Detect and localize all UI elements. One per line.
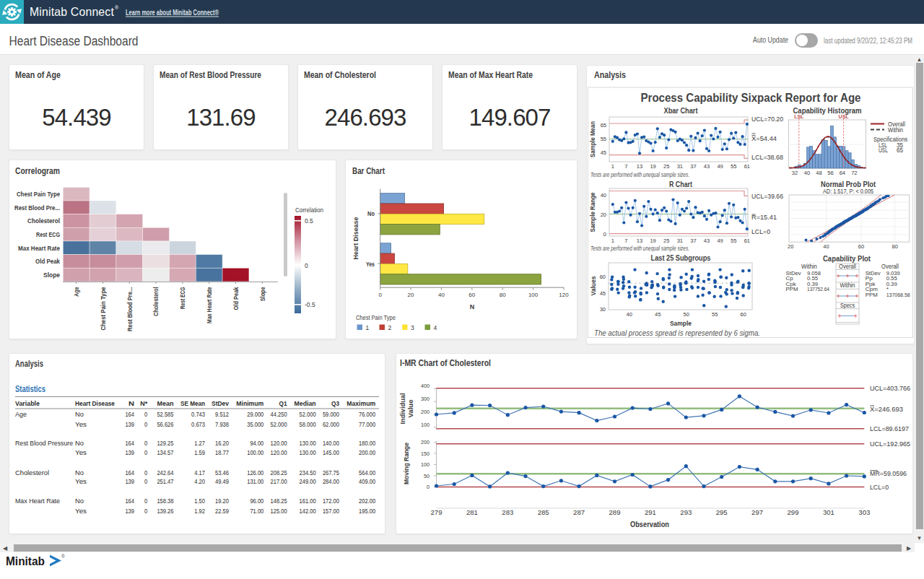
svg-text:52.585: 52.585: [157, 411, 173, 418]
svg-text:58.000: 58.000: [300, 421, 316, 428]
svg-text:53.46: 53.46: [215, 469, 229, 476]
svg-text:Cholesterol: Cholesterol: [152, 287, 160, 317]
svg-text:1: 1: [366, 324, 370, 331]
svg-text:299: 299: [788, 509, 799, 516]
svg-text:120.00: 120.00: [271, 440, 287, 447]
svg-text:249.00: 249.00: [300, 478, 316, 485]
svg-text:13: 13: [637, 163, 642, 170]
svg-text:Slope: Slope: [258, 287, 266, 302]
svg-text:9.512: 9.512: [215, 411, 229, 418]
svg-text:Yes: Yes: [75, 449, 87, 456]
svg-text:564.00: 564.00: [359, 469, 375, 476]
svg-text:Correlogram: Correlogram: [15, 165, 60, 176]
svg-text:80: 80: [500, 292, 506, 298]
svg-text:R Chart: R Chart: [669, 180, 692, 188]
svg-text:No: No: [75, 497, 84, 505]
svg-text:0: 0: [603, 231, 606, 238]
svg-text:Statistics: Statistics: [15, 383, 45, 394]
svg-text:234.50: 234.50: [300, 469, 316, 476]
svg-text:UCL=403.766: UCL=403.766: [870, 385, 910, 392]
svg-text:Sample: Sample: [670, 319, 692, 327]
svg-text:LCL=38.68: LCL=38.68: [751, 154, 783, 161]
svg-text:50: 50: [424, 473, 430, 479]
svg-text:Minimum: Minimum: [236, 400, 263, 407]
svg-text:3: 3: [411, 324, 414, 331]
svg-text:Mean: Mean: [157, 400, 174, 407]
svg-text:Old Peak: Old Peak: [232, 287, 240, 310]
svg-text:Analysis: Analysis: [594, 69, 626, 80]
svg-text:No: No: [75, 469, 84, 476]
svg-text:0: 0: [144, 440, 147, 447]
svg-text:Values: Values: [589, 277, 597, 296]
svg-text:Process Capability Sixpack Rep: Process Capability Sixpack Report for Ag…: [641, 91, 861, 105]
svg-text:Cholesterol: Cholesterol: [27, 217, 60, 225]
svg-text:PPM: PPM: [786, 286, 798, 292]
svg-text:20: 20: [408, 292, 414, 298]
svg-text:0.673: 0.673: [191, 421, 205, 428]
svg-text:40: 40: [601, 192, 606, 199]
svg-text:Rest Blood Pressure: Rest Blood Pressure: [15, 440, 73, 447]
svg-text:40: 40: [627, 311, 632, 318]
svg-text:283: 283: [502, 509, 513, 516]
svg-text:Within: Within: [840, 282, 855, 289]
svg-text:297: 297: [751, 509, 763, 516]
svg-text:LCL=0: LCL=0: [870, 484, 889, 491]
svg-text:48: 48: [816, 170, 821, 176]
svg-text:164: 164: [125, 411, 134, 418]
svg-text:Chest Pain Type: Chest Pain Type: [17, 190, 60, 198]
svg-text:150: 150: [421, 450, 430, 457]
svg-text:USL: USL: [839, 114, 850, 119]
svg-text:131.00: 131.00: [247, 478, 263, 485]
svg-text:40: 40: [804, 170, 810, 176]
svg-text:60: 60: [468, 292, 475, 298]
svg-text:125.00: 125.00: [271, 508, 287, 515]
svg-text:291: 291: [645, 509, 656, 516]
svg-text:0: 0: [144, 411, 147, 418]
svg-text:200: 200: [421, 439, 430, 445]
svg-text:Rest ECG: Rest ECG: [36, 230, 60, 238]
svg-text:145.00: 145.00: [323, 449, 339, 456]
svg-text:Tests are performed with unequ: Tests are performed with unequal sample …: [590, 244, 689, 252]
svg-text:60: 60: [741, 311, 746, 318]
svg-text:164: 164: [125, 469, 134, 476]
svg-text:0.743: 0.743: [191, 411, 205, 418]
svg-text:22.59: 22.59: [215, 508, 229, 515]
svg-text:45: 45: [655, 311, 661, 318]
svg-text:49.49: 49.49: [215, 478, 229, 485]
svg-text:148.25: 148.25: [271, 497, 287, 505]
svg-text:64: 64: [840, 170, 845, 176]
svg-text:1.50: 1.50: [194, 497, 205, 505]
svg-text:Individual: Individual: [399, 393, 406, 425]
svg-text:100: 100: [421, 461, 430, 468]
svg-text:Yes: Yes: [75, 478, 87, 485]
svg-text:62.000: 62.000: [323, 421, 339, 428]
svg-text:172.00: 172.00: [323, 497, 339, 505]
svg-text:Q1: Q1: [279, 400, 287, 407]
svg-text:301: 301: [823, 509, 834, 516]
svg-text:285: 285: [538, 509, 549, 516]
svg-text:Chest Pain Type: Chest Pain Type: [99, 287, 107, 331]
svg-text:Sample Range: Sample Range: [588, 193, 596, 232]
svg-text:LCL=89.6197: LCL=89.6197: [870, 425, 909, 432]
svg-text:last updated 9/20/22, 12:45:23: last updated 9/20/22, 12:45:23 PM: [824, 36, 912, 45]
svg-text:157.00: 157.00: [323, 508, 339, 515]
svg-text:Variable: Variable: [15, 400, 40, 407]
svg-text:400: 400: [421, 383, 430, 389]
svg-text:MR=59.0596: MR=59.0596: [870, 470, 907, 477]
svg-text:50: 50: [684, 311, 689, 318]
svg-text:0.5: 0.5: [305, 217, 313, 225]
svg-text:LCL=0: LCL=0: [751, 228, 770, 235]
svg-text:52.000: 52.000: [300, 411, 316, 418]
svg-text:20: 20: [601, 212, 606, 218]
svg-text:195.00: 195.00: [359, 508, 375, 515]
svg-text:Last 25 Subgroups: Last 25 Subgroups: [651, 253, 711, 262]
svg-text:20: 20: [788, 243, 793, 250]
svg-text:96.00: 96.00: [250, 497, 263, 505]
svg-text:Xbar Chart: Xbar Chart: [664, 106, 698, 115]
svg-text:Specs: Specs: [840, 302, 855, 309]
svg-text:18.77: 18.77: [215, 449, 229, 456]
svg-text:139: 139: [125, 478, 134, 485]
svg-text:60: 60: [858, 243, 864, 250]
svg-text:Within: Within: [888, 126, 903, 134]
svg-text:120: 120: [559, 292, 569, 298]
